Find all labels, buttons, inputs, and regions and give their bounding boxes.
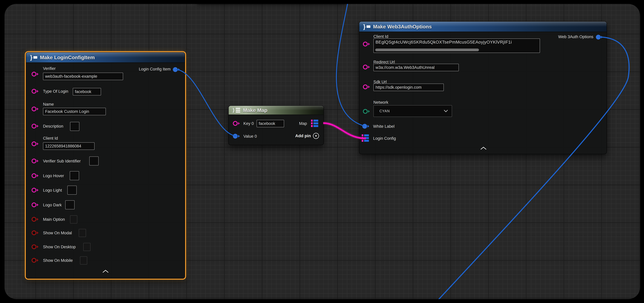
node-header[interactable]: ⟩ Make Map xyxy=(229,106,324,114)
pin-show-on-desktop[interactable] xyxy=(32,244,38,249)
add-pin-label: Add pin xyxy=(295,134,311,138)
add-pin-button[interactable]: Add pin + xyxy=(295,133,319,139)
pin-web3auth-options-out[interactable] xyxy=(596,35,603,40)
pin-verifier[interactable] xyxy=(32,72,38,76)
pin-label-network: Network xyxy=(374,100,388,105)
pin-label-logo-dark: Logo Dark xyxy=(43,203,62,208)
collapse-caret-icon[interactable] xyxy=(102,270,108,273)
pin-label-logo-light: Logo Light xyxy=(43,188,62,193)
make-struct-icon: } xyxy=(363,22,370,31)
add-pin-plus-icon: + xyxy=(313,133,319,139)
pin-client-id[interactable] xyxy=(32,142,38,146)
graph-world: } Make LoginConfigItem Verifier web3auth… xyxy=(4,4,640,299)
pin-label-login-config: Login Config xyxy=(373,136,396,141)
pin-label-verifier-sub-identifier: Verifier Sub Identifier xyxy=(43,159,81,164)
pin-label-show-on-modal: Show On Modal xyxy=(43,231,72,235)
key-0-input[interactable]: facebook xyxy=(256,120,284,127)
pin-main-option[interactable] xyxy=(32,217,38,222)
pin-label-web3auth-options: Web 3Auth Options xyxy=(558,34,593,39)
pin-name[interactable] xyxy=(32,106,38,111)
pin-description[interactable] xyxy=(32,124,38,128)
pin-label-type-of-login: Type Of Login xyxy=(43,89,68,94)
pin-type-of-login[interactable] xyxy=(32,89,38,94)
show-on-mobile-checkbox[interactable] xyxy=(80,256,87,264)
pin-label-value-0: Value 0 xyxy=(244,134,257,139)
client-id-input[interactable]: 1222658941886084 xyxy=(43,142,94,150)
pin-value-0[interactable] xyxy=(233,134,240,138)
sdk-url-input[interactable]: https://sdk.openlogin.com xyxy=(374,84,444,91)
pin-verifier-sub-identifier[interactable] xyxy=(32,158,38,163)
logo-light-input[interactable] xyxy=(67,186,77,195)
main-option-checkbox[interactable] xyxy=(70,216,77,224)
pin-network[interactable] xyxy=(363,109,370,114)
show-on-desktop-checkbox[interactable] xyxy=(83,243,90,251)
pin-login-config[interactable] xyxy=(362,134,369,142)
pin-client-id[interactable] xyxy=(363,42,370,46)
pin-show-on-mobile[interactable] xyxy=(32,258,38,263)
pin-label-key-0: Key 0 xyxy=(244,121,254,126)
make-struct-icon: } xyxy=(30,53,37,62)
description-input[interactable] xyxy=(70,122,79,131)
blueprint-editor: } Make LoginConfigItem Verifier web3auth… xyxy=(0,0,644,303)
node-title: Make Map xyxy=(243,107,268,113)
network-value: CYAN xyxy=(380,109,390,113)
pin-white-label[interactable] xyxy=(362,124,369,129)
pin-redirect-url[interactable] xyxy=(363,65,370,70)
pin-logo-light[interactable] xyxy=(32,188,38,192)
pin-label-name: Name xyxy=(43,102,54,107)
node-make-loginconfigitem[interactable]: } Make LoginConfigItem Verifier web3auth… xyxy=(26,52,185,279)
make-map-icon: ⟩ xyxy=(232,106,240,115)
pin-map-out[interactable] xyxy=(311,120,318,127)
pin-logo-hover[interactable] xyxy=(32,173,38,178)
pin-logo-dark[interactable] xyxy=(32,202,38,207)
client-id-text: BEglQSgt4cUWcj6SKRdu5QkOXTsePmMcusG5EAoy… xyxy=(376,40,512,44)
client-id-input[interactable]: BEglQSgt4cUWcj6SKRdu5QkOXTsePmMcusG5EAoy… xyxy=(374,38,540,53)
network-dropdown[interactable]: CYAN xyxy=(374,105,452,117)
collapse-caret-icon[interactable] xyxy=(480,147,486,150)
pin-label-client-id: Client Id xyxy=(374,34,388,39)
logo-dark-input[interactable] xyxy=(65,200,74,209)
pin-login-config-item-out[interactable] xyxy=(173,67,180,72)
verifier-input[interactable]: web3auth-facebook-example xyxy=(43,72,123,80)
pin-label-description: Description xyxy=(43,124,63,129)
client-id-scrollbar[interactable] xyxy=(375,48,479,51)
redirect-url-input[interactable]: w3a://com.w3a.Web3AuthUnreal xyxy=(374,64,459,71)
pin-label-client-id: Client Id xyxy=(43,136,58,141)
node-title: Make LoginConfigItem xyxy=(40,54,95,60)
pin-label-map-out: Map xyxy=(299,121,307,126)
pin-label-logo-hover: Logo Hover xyxy=(43,174,64,178)
type-of-login-input[interactable]: facebook xyxy=(73,88,101,96)
pin-label-verifier: Verifier xyxy=(43,66,56,71)
pin-label-login-config-item: Login Config Item xyxy=(139,67,170,72)
pin-show-on-modal[interactable] xyxy=(32,230,38,235)
pin-label-white-label: White Label xyxy=(373,124,394,129)
node-title: Make Web3AuthOptions xyxy=(373,24,432,30)
name-input[interactable]: Facebook Custom Login xyxy=(43,108,106,115)
pin-label-show-on-mobile: Show On Mobile xyxy=(43,258,73,263)
node-header[interactable]: } Make Web3AuthOptions xyxy=(359,22,606,32)
show-on-modal-checkbox[interactable] xyxy=(79,229,86,237)
node-make-map[interactable]: ⟩ Make Map Key 0 facebook Map Value 0 xyxy=(228,106,324,145)
pin-label-show-on-desktop: Show On Desktop xyxy=(43,245,76,249)
pin-key-0[interactable] xyxy=(233,121,240,126)
pin-sdk-url[interactable] xyxy=(363,84,370,89)
node-header[interactable]: } Make LoginConfigItem xyxy=(26,52,185,62)
chevron-down-icon xyxy=(444,110,448,112)
verifier-sub-identifier-input[interactable] xyxy=(89,156,98,166)
pin-label-main-option: Main Option xyxy=(43,217,65,222)
logo-hover-input[interactable] xyxy=(70,171,79,180)
graph-canvas[interactable]: } Make LoginConfigItem Verifier web3auth… xyxy=(4,4,640,299)
node-make-web3authoptions[interactable]: } Make Web3AuthOptions Client Id BEglQSg… xyxy=(359,21,607,154)
